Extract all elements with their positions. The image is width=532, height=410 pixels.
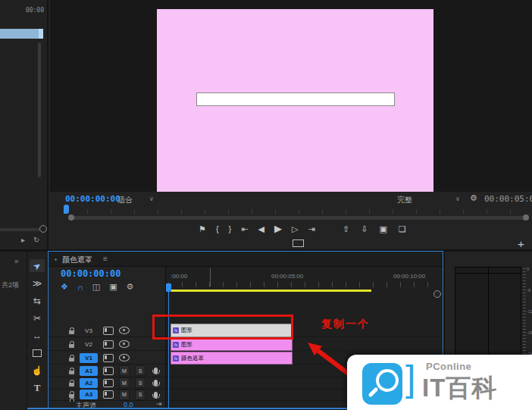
- mute-button[interactable]: M: [119, 390, 130, 400]
- snap-magnet-icon[interactable]: ∩: [77, 283, 83, 292]
- rectangle-icon: [33, 349, 42, 357]
- lock-icon[interactable]: [69, 358, 74, 361]
- ruler-tick-label: :00:00: [171, 273, 187, 280]
- go-to-out-icon[interactable]: ⇥: [308, 223, 315, 235]
- voiceover-mic-icon[interactable]: [154, 392, 158, 398]
- effect-controls-panel: 00:00 ▸ ↻: [0, 0, 47, 249]
- db-label: -12: [527, 309, 532, 314]
- track-visibility-icon[interactable]: [119, 340, 130, 348]
- go-to-in-icon[interactable]: ⇤: [241, 223, 248, 235]
- step-back-icon[interactable]: ◀: [258, 223, 264, 235]
- track-target-a3[interactable]: A3: [80, 390, 98, 399]
- voiceover-mic-icon[interactable]: [154, 368, 158, 374]
- voiceover-mic-icon[interactable]: [154, 380, 158, 386]
- source-patch-icon[interactable]: [103, 390, 114, 399]
- project-panel: [0, 252, 27, 410]
- timeline-toolbar: ❖ ∩ ◫ ▣ ⚙: [61, 282, 133, 292]
- zoom-scrollbar-left-knob[interactable]: [68, 214, 74, 221]
- timeline-settings-icon[interactable]: ⚙: [127, 282, 134, 292]
- track-target-a2[interactable]: A2: [80, 378, 98, 388]
- track-header-v1: V1: [49, 351, 165, 365]
- ec-horizontal-scrollbar[interactable]: [0, 228, 43, 231]
- timeline-playhead-line: [168, 283, 169, 408]
- source-patch-icon[interactable]: [103, 340, 114, 349]
- chevron-down-icon[interactable]: ∨: [149, 196, 154, 202]
- track-visibility-icon[interactable]: [119, 327, 130, 334]
- rectangle-tool[interactable]: [30, 346, 45, 359]
- source-patch-icon[interactable]: [103, 327, 114, 335]
- program-duration-timecode: 00:00:05:00: [484, 194, 532, 204]
- source-patch-icon[interactable]: [103, 367, 114, 375]
- scroll-end-icon[interactable]: ⇥: [156, 400, 162, 408]
- ruler-major-tick: [210, 268, 211, 286]
- ripple-edit-tool[interactable]: ⇆: [30, 294, 45, 307]
- magnifier-ring: [376, 369, 399, 392]
- comparison-view-icon[interactable]: ❏: [399, 223, 406, 235]
- track-visibility-icon[interactable]: [119, 354, 130, 361]
- transport-controls-right: ⇧ ⇩ ▣ ❏: [343, 223, 406, 235]
- loop-playback-icon[interactable]: ↻: [33, 236, 39, 244]
- mute-button[interactable]: M: [119, 365, 130, 376]
- watermark-card: ] PConline IT百科: [347, 355, 532, 410]
- playback-settings-icon[interactable]: [293, 239, 304, 247]
- add-marker-icon[interactable]: ▣: [109, 282, 117, 292]
- solo-button[interactable]: S: [135, 377, 146, 388]
- transport-controls-left: ⚑ { } ⇤ ◀ ▶ ▷ ⇥: [199, 223, 315, 235]
- clip-color-matte[interactable]: fx 颜色遮罩: [171, 352, 293, 365]
- program-minimap-ticks: [64, 209, 527, 214]
- mark-out-icon[interactable]: }: [229, 223, 232, 235]
- timeline-zoom-knob[interactable]: [433, 290, 441, 298]
- timeline-ruler[interactable]: [168, 282, 440, 287]
- panel-menu-icon[interactable]: ≡: [103, 255, 108, 263]
- timeline-playhead[interactable]: [166, 283, 171, 292]
- program-zoom-scrollbar[interactable]: [71, 216, 526, 220]
- source-patch-icon[interactable]: [103, 379, 114, 387]
- lock-icon[interactable]: [69, 371, 74, 374]
- ec-zoom-knob[interactable]: [39, 225, 47, 233]
- ec-keyframe-bar[interactable]: [0, 29, 43, 39]
- zoom-level-select[interactable]: 适合: [117, 195, 133, 205]
- timeline-tabbar: [49, 252, 443, 267]
- clip-graphic[interactable]: fx 图形: [171, 338, 293, 351]
- sequence-tab[interactable]: 颜色遮罩: [62, 255, 92, 265]
- step-forward-icon[interactable]: ▷: [292, 223, 298, 235]
- lock-icon[interactable]: [69, 383, 74, 387]
- tools-column: ➤ ≫ ⇆ ✂ ↔ ☝ T: [27, 259, 47, 394]
- ec-vertical-scrollbar[interactable]: [38, 42, 41, 177]
- program-playhead[interactable]: [64, 205, 69, 214]
- source-patch-icon[interactable]: [103, 354, 114, 362]
- lock-icon[interactable]: [69, 330, 74, 334]
- nest-sequence-icon[interactable]: ❖: [61, 282, 68, 292]
- track-target-v3[interactable]: V3: [80, 326, 98, 336]
- export-frame-icon[interactable]: ▣: [379, 223, 386, 235]
- watermark-brand: PConline: [426, 361, 471, 372]
- razor-tool[interactable]: ✂: [30, 311, 45, 324]
- chevron-down-icon[interactable]: ∨: [455, 196, 460, 202]
- mute-button[interactable]: M: [119, 377, 130, 388]
- track-target-a1[interactable]: A1: [80, 366, 98, 376]
- linked-selection-icon[interactable]: ◫: [92, 282, 100, 292]
- play-audio-icon[interactable]: ▸: [21, 236, 25, 244]
- collapse-panel-icon[interactable]: »: [14, 257, 19, 265]
- type-tool[interactable]: T: [30, 381, 45, 394]
- zoom-scrollbar-right-knob[interactable]: [523, 214, 529, 221]
- add-marker-icon[interactable]: ⚑: [199, 223, 206, 235]
- solo-button[interactable]: S: [135, 365, 146, 376]
- mark-in-icon[interactable]: {: [216, 223, 219, 235]
- monitor-settings-icon[interactable]: ⚙: [470, 193, 477, 203]
- panel-drag-dot: [55, 258, 57, 261]
- extract-icon[interactable]: ⇩: [361, 223, 368, 235]
- play-button-icon[interactable]: ▶: [274, 223, 282, 235]
- lock-icon[interactable]: [69, 344, 74, 348]
- add-button[interactable]: +: [518, 237, 524, 250]
- timeline-current-timecode[interactable]: 00:00:00:00: [61, 268, 120, 279]
- track-select-forward-tool[interactable]: ≫: [30, 277, 45, 290]
- solo-button[interactable]: S: [135, 390, 146, 400]
- track-target-v2[interactable]: V2: [80, 340, 98, 349]
- hand-tool[interactable]: ☝: [30, 364, 45, 377]
- track-target-v1[interactable]: V1: [80, 353, 98, 363]
- playback-resolution-select[interactable]: 完整: [397, 195, 412, 205]
- work-area-bar[interactable]: [171, 290, 371, 292]
- slip-tool[interactable]: ↔: [30, 329, 45, 342]
- lift-icon[interactable]: ⇧: [343, 223, 349, 235]
